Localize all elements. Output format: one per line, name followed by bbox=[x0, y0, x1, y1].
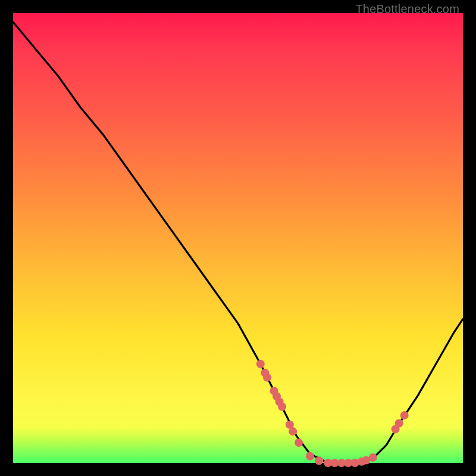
curve-marker bbox=[369, 453, 377, 462]
curve-marker bbox=[315, 456, 323, 465]
curve-marker bbox=[278, 403, 286, 411]
curve-marker bbox=[289, 427, 297, 436]
curve-marker bbox=[400, 411, 409, 419]
chart-overlay-svg bbox=[13, 13, 463, 463]
chart-frame bbox=[13, 13, 463, 463]
curve-marker bbox=[263, 373, 271, 381]
curve-marker bbox=[295, 439, 303, 447]
curve-marker bbox=[306, 452, 314, 461]
bottleneck-curve bbox=[13, 22, 463, 463]
watermark-label: TheBottleneck.com bbox=[355, 2, 459, 16]
curve-marker bbox=[256, 360, 265, 368]
curve-marker bbox=[395, 419, 403, 428]
curve-markers bbox=[256, 360, 409, 467]
